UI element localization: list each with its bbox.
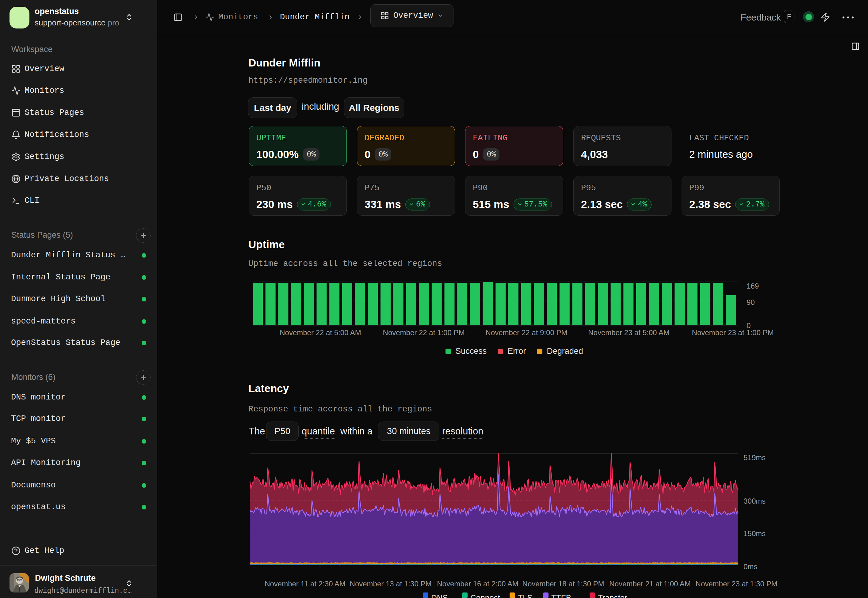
svg-text:Transfer: Transfer xyxy=(598,593,627,598)
svg-text:November 13 at 1:30 PM: November 13 at 1:30 PM xyxy=(350,580,432,588)
svg-text:November 16 at 2:00 AM: November 16 at 2:00 AM xyxy=(437,580,518,588)
svg-text:November 23 at 1:00 PM: November 23 at 1:00 PM xyxy=(692,328,774,337)
svg-text:November 23 at 5:00 AM: November 23 at 5:00 AM xyxy=(588,328,669,337)
svg-text:November 11 at 2:30 AM: November 11 at 2:30 AM xyxy=(265,580,346,588)
svg-text:169: 169 xyxy=(747,282,759,290)
svg-text:November 23 at 1:30 PM: November 23 at 1:30 PM xyxy=(696,580,778,588)
svg-text:90: 90 xyxy=(747,298,755,306)
svg-text:519ms: 519ms xyxy=(744,453,766,462)
svg-text:Connect: Connect xyxy=(470,593,501,598)
svg-text:November 22 at 5:00 AM: November 22 at 5:00 AM xyxy=(280,328,361,337)
svg-text:0ms: 0ms xyxy=(744,562,757,571)
svg-text:November 21 at 1:00 AM: November 21 at 1:00 AM xyxy=(609,580,691,588)
svg-text:150ms: 150ms xyxy=(744,529,766,538)
svg-text:November 22 at 1:00 PM: November 22 at 1:00 PM xyxy=(383,328,465,337)
svg-text:TTFB: TTFB xyxy=(551,593,571,598)
svg-text:November 22 at 9:00 PM: November 22 at 9:00 PM xyxy=(486,328,568,337)
svg-text:300ms: 300ms xyxy=(744,497,766,505)
svg-text:November 18 at 1:30 PM: November 18 at 1:30 PM xyxy=(522,580,604,588)
svg-text:TLS: TLS xyxy=(518,593,532,598)
svg-text:DNS: DNS xyxy=(431,593,448,598)
